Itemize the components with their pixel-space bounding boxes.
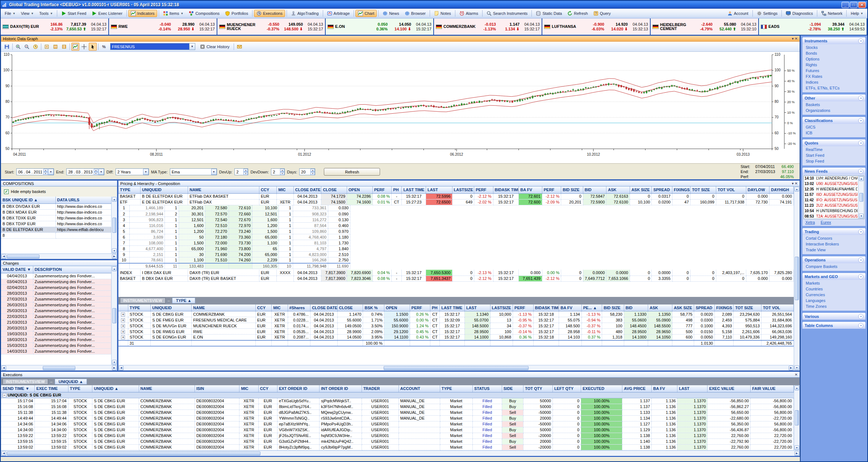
link-eurex[interactable]: Eurex [821, 220, 831, 224]
line-chart-toggle[interactable] [71, 43, 79, 51]
column-header-avg-price[interactable]: AVG PRICE [622, 385, 652, 392]
column-header-perf[interactable]: PERF [474, 186, 493, 193]
sidebar-section-header-other[interactable]: Other» [802, 94, 865, 101]
ticker-item-heidelberg-cement[interactable]: HEIDELBERG CEMENT-2.640-4.79%55.08052.44… [651, 18, 759, 35]
column-header-last[interactable]: LAST [677, 385, 708, 392]
table-row[interactable]: +STOCKS DE MUVGn EURMUENCHENER RUECKEURX… [118, 323, 794, 329]
table-row[interactable]: 7108,00011,50072.00073.7301,100181,1031.… [118, 240, 350, 246]
toolbar-button-browser[interactable]: Browser [402, 10, 428, 17]
minimize-button[interactable]: _ [842, 2, 849, 8]
zoom-out-button[interactable] [23, 43, 31, 51]
sidebar-section-header-news-feeds[interactable]: News Feeds» [802, 168, 865, 175]
column-header-last[interactable]: LAST [464, 304, 490, 311]
chevron-down-icon[interactable]: ▼ [189, 43, 195, 50]
save-chart-button[interactable] [3, 43, 11, 51]
column-header-bid[interactable]: BID [624, 304, 648, 311]
sidebar-item-gics[interactable]: GICS [806, 125, 862, 130]
ma-type-select[interactable]: Ema▼ [170, 168, 217, 175]
news-item[interactable]: 12:35H WIEDERAUFNAHME DES I [804, 187, 858, 192]
sidebar-section-header-quotes[interactable]: Quotes» [802, 139, 865, 146]
devdown-stepper[interactable]: 2▲▼ [271, 168, 285, 175]
news-item[interactable]: 13:02U90: AUSSETZUNG/SUSPEN [804, 181, 858, 187]
column-header-pe[interactable]: PE... ▲ [581, 304, 602, 311]
column-header-ask-size[interactable]: ASK SIZE [630, 186, 652, 193]
column-header-ask[interactable]: ASK [648, 304, 672, 311]
column-header-send-time[interactable]: SEND TIME ▼ [1, 385, 35, 392]
column-header-bidask-time[interactable]: BIDASK TIME [493, 186, 519, 193]
column-header-side[interactable]: SIDE [502, 385, 523, 392]
column-header-perf[interactable]: PERF [513, 304, 534, 311]
news-vscrollbar[interactable]: ▲▼ [858, 176, 864, 219]
sidebar-item-organizations[interactable]: Organizations [806, 108, 862, 113]
ticker-item-eads[interactable]: EADS-1.094-2.78%39.34438.250 ⬆04.04.1314… [759, 18, 867, 35]
table-row[interactable]: 1078,66111,10071.51074.2602,2391166,2682… [118, 257, 350, 263]
column-header-perf[interactable]: PERF [372, 186, 391, 193]
toolbar-button-help[interactable]: Help▼ [848, 10, 866, 17]
column-header-lastsize[interactable]: LASTSIZE [452, 186, 474, 193]
toolbar-button-view[interactable]: View▼ [18, 10, 37, 17]
column-header-ph[interactable]: PH [392, 186, 402, 193]
column-header-type[interactable]: TYPE [118, 186, 141, 193]
candle-style-2-button[interactable] [51, 43, 59, 51]
close-button[interactable]: ✕ [858, 2, 866, 8]
column-header-left-qty[interactable]: LEFT QTY [552, 385, 581, 392]
column-header-close[interactable]: CLOSE [337, 304, 363, 311]
column-header-daylow[interactable]: DAYLOW [746, 186, 769, 193]
news-item[interactable]: 11:232U2: AUSSETZUNG/SUSPEN [804, 203, 858, 209]
table-row[interactable]: BASKETB DE ELETFDAX EURETFlab DAX BASKET… [118, 193, 794, 199]
column-header-trader[interactable]: TRADER [362, 385, 398, 392]
ticker-item-rwe[interactable]: RWE-0.040-0.14%28.99028.950 ⬇04.04.1315:… [109, 18, 217, 35]
toolbar-button-algotrading[interactable]: AlgoTrading [288, 10, 321, 17]
table-row[interactable]: +STOCKS DE EONGn EURE.ONEURXETR0.2087...… [118, 335, 794, 340]
table-row[interactable]: 11,466,189120,20172.58072.61010,1001733,… [118, 205, 350, 211]
sidebar-section-header-classifications[interactable]: Classifications» [802, 117, 865, 124]
toolbar-button-items[interactable]: Items▼ [160, 10, 186, 17]
column-header-ext-order-id[interactable]: EXT ORDER ID [277, 385, 319, 392]
sidebar-item-countries[interactable]: Countries [806, 287, 862, 291]
column-header-type[interactable]: TYPE [440, 385, 472, 392]
sidebar-item-baskets[interactable]: Baskets [806, 102, 862, 107]
sidebar-item-compare-baskets[interactable]: Compare Baskets [806, 264, 862, 269]
sidebar-item-interactive-brokers[interactable]: Interactive Brokers [806, 242, 862, 247]
toolbar-button-file[interactable]: File▼ [2, 10, 18, 17]
table-row[interactable]: 14/03/2013Zusammensetzung des Fondver... [1, 348, 111, 354]
pricing-close-icon[interactable]: ▾ ✕ [792, 181, 798, 185]
column-header-spread[interactable]: SPREAD [652, 186, 672, 193]
column-header-ba-fv[interactable]: BA FV [652, 385, 677, 392]
sidebar-section-header-table-columns[interactable]: Table Columns» [802, 322, 865, 329]
instrumentsview-label[interactable]: INSTRUMENTSVIEW [120, 298, 166, 303]
toolbar-button-exec-listener[interactable]: Exec Listener [89, 10, 125, 17]
table-row[interactable]: 18/03/2013Zusammensetzung des Fondver... [1, 337, 111, 343]
column-header-last-time[interactable]: LAST TIME [440, 304, 465, 311]
news-item[interactable]: 11:57I9D: AUSSETZUNG/SUSPEN [804, 192, 858, 198]
ticker-item-muenchener-rueck[interactable]: MUENCHENER RUECK-0.550-0.37%149.050148.5… [217, 18, 326, 35]
chart-panel-close-icon[interactable]: ▾ ✕ [792, 37, 798, 41]
toolbar-button-news[interactable]: News [380, 10, 402, 17]
column-header-status[interactable]: STATUS [473, 385, 502, 392]
table-row[interactable]: 19/03/2013Zusammensetzung des Fondver... [1, 331, 111, 337]
column-header-perf[interactable]: PERF [410, 304, 430, 311]
news-item[interactable]: 11:42IFO: AUSSETZUNG/SUSPEN [804, 198, 858, 203]
column-header-mic[interactable]: MIC [277, 186, 293, 193]
table-row[interactable]: 26/03/2013Zusammensetzung des Fondver... [1, 302, 111, 308]
column-header-last[interactable]: LAST [426, 186, 452, 193]
toolbar-button-arbitrage[interactable]: Arbitrage [325, 10, 352, 17]
table-row[interactable]: 22,198,944230,30172.57072.66012,5011908,… [118, 211, 350, 217]
collapse-chevron-icon[interactable]: » [858, 169, 863, 174]
toolbar-button-settings[interactable]: Settings [754, 10, 780, 17]
candle-style-1-button[interactable] [43, 43, 51, 51]
toolbar-button-notes[interactable]: Notes [431, 10, 454, 17]
toolbar-button-diagnostics[interactable]: Diagnostics [783, 10, 815, 17]
column-header-shares[interactable]: #Shares [288, 304, 310, 311]
column-header-close[interactable]: CLOSE [321, 186, 347, 193]
column-header-col0[interactable] [118, 304, 128, 311]
sidebar-item-languages[interactable]: Languages [806, 298, 862, 303]
toolbar-button-chart[interactable]: Chart [355, 10, 377, 17]
collapse-chevron-icon[interactable]: » [858, 229, 863, 234]
sidebar-section-header-various[interactable]: Various» [802, 313, 865, 320]
sidebar-item-markets[interactable]: Markets [806, 281, 862, 286]
clear-history-button[interactable]: Clear History [197, 43, 232, 50]
sidebar-item-indices[interactable]: Indices [806, 80, 862, 85]
table-row[interactable]: 4116,01611,60072.51072.9701,200187,5640.… [118, 223, 350, 228]
sidebar-item-trade-view[interactable]: Trade View [806, 248, 862, 252]
